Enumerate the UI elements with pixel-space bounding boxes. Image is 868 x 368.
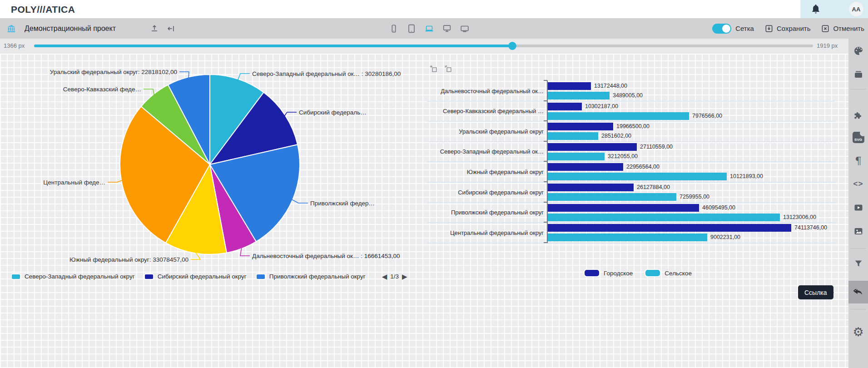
device-phone-icon[interactable] — [389, 24, 399, 34]
legend-item[interactable]: Сельское — [645, 269, 692, 277]
sidebar-divider — [851, 248, 866, 249]
bar-rural-2[interactable] — [548, 132, 598, 140]
bar-value-label: 3212055,00 — [608, 153, 638, 160]
avatar[interactable]: AA — [849, 2, 863, 16]
app-logo: POLY///ATICA — [11, 4, 75, 15]
collapse-left-icon[interactable] — [166, 24, 176, 34]
bar-rural-5[interactable] — [548, 193, 676, 201]
bar-rural-6[interactable] — [548, 214, 780, 221]
settings-gear-icon[interactable]: ⚙ — [848, 325, 868, 339]
pie-leader-line — [144, 89, 154, 95]
pie-leader-line — [108, 180, 122, 182]
legend-swatch — [645, 269, 661, 277]
bar-rural-0[interactable] — [548, 92, 610, 99]
legend-swatch — [11, 274, 21, 280]
bar-rural-7[interactable] — [548, 234, 707, 241]
bar-value-label: 13172448,00 — [594, 82, 627, 90]
bar-value-label: 27110559,00 — [640, 143, 673, 151]
bar-rural-1[interactable] — [548, 112, 689, 120]
notifications-bell-icon[interactable] — [810, 4, 821, 15]
slider-min-label: 1366 px — [4, 42, 25, 49]
pie-slice-label: Сибирский федераль… — [299, 109, 367, 116]
bar-legend: ГородскоеСельское — [584, 269, 692, 277]
legend-pager: ◀1/3▶ — [382, 273, 407, 280]
add-selection-icon[interactable] — [429, 65, 439, 76]
right-sidebar: SVG ¶ <> ⚙ — [848, 39, 868, 368]
legend-item[interactable]: Приволжский федеральный округ — [256, 273, 366, 280]
legend-item[interactable]: Городское — [584, 269, 633, 277]
filter-icon[interactable] — [848, 257, 868, 270]
pager-next-icon[interactable]: ▶ — [402, 273, 407, 280]
bar-urban-5[interactable] — [548, 184, 634, 191]
legend-item[interactable]: Северо-Западный федеральный округ — [11, 273, 135, 280]
width-slider-knob[interactable] — [508, 42, 516, 50]
pie-slice-label: Приволжский федер… — [310, 200, 375, 207]
image-icon[interactable] — [848, 224, 868, 238]
bar-value-label: 10302187,00 — [585, 103, 618, 110]
bar-urban-6[interactable] — [548, 204, 699, 212]
device-tablet-icon[interactable] — [407, 24, 417, 34]
bar-row-separator — [427, 161, 835, 162]
app-window: POLY///ATICA AA Демонстрационный проект — [0, 0, 868, 368]
pie-leader-line — [238, 74, 250, 80]
bar-urban-2[interactable] — [548, 123, 613, 130]
bar-value-label: 7976566,00 — [692, 112, 722, 120]
bar-row-separator — [427, 202, 835, 203]
device-preview-switcher — [389, 18, 470, 39]
grid-toggle-label: Сетка — [735, 25, 754, 32]
code-icon[interactable]: <> — [848, 177, 868, 191]
project-title: Демонстрационный проект — [25, 25, 116, 33]
bar-category-label: Дальневосточный федеральный ок… — [427, 82, 544, 99]
top-header: POLY///ATICA AA — [0, 0, 868, 18]
layout-width-slider-row: 1366 px 1919 px — [0, 39, 848, 54]
bar-rural-3[interactable] — [548, 153, 605, 160]
palette-icon[interactable] — [848, 44, 868, 58]
save-button[interactable]: Сохранить — [764, 24, 811, 33]
legend-swatch — [256, 274, 266, 280]
cancel-button[interactable]: Отменить — [821, 24, 864, 33]
legend-item[interactable]: Сибирский федеральный округ — [144, 273, 247, 280]
device-monitor-icon[interactable] — [442, 24, 452, 34]
bar-value-label: 9002231,00 — [710, 234, 740, 241]
link-icon[interactable] — [848, 285, 868, 299]
pie-slice-label: Северо-Кавказский феде… — [63, 86, 141, 93]
pager-prev-icon[interactable]: ◀ — [382, 273, 387, 280]
device-tv-icon[interactable] — [460, 24, 470, 34]
bar-chart: Дальневосточный федеральный ок…13172448,… — [427, 64, 848, 291]
puzzle-icon[interactable] — [848, 109, 868, 123]
publish-icon[interactable] — [149, 24, 159, 34]
bar-urban-7[interactable] — [548, 224, 791, 232]
bar-value-label: 3489005,00 — [613, 92, 643, 99]
bar-value-label: 74113746,00 — [794, 224, 827, 232]
paragraph-icon[interactable]: ¶ — [848, 154, 868, 167]
bar-urban-3[interactable] — [548, 143, 637, 151]
width-slider-fill — [34, 45, 512, 47]
bar-urban-0[interactable] — [548, 82, 591, 90]
undo-selection-icon[interactable] — [444, 65, 453, 76]
components-drawer-icon[interactable] — [848, 68, 868, 81]
legend-swatch — [144, 274, 154, 280]
bar-row-separator — [427, 121, 835, 122]
bar-value-label: 46095495,00 — [702, 204, 735, 212]
save-button-label: Сохранить — [777, 25, 811, 32]
bar-row-separator — [427, 243, 835, 244]
svg-icon[interactable]: SVG — [848, 130, 868, 144]
pie-slice-label: Центральный феде… — [43, 179, 105, 186]
project-bank-icon[interactable] — [6, 24, 16, 34]
bar-urban-4[interactable] — [548, 163, 623, 171]
bar-rural-4[interactable] — [548, 173, 727, 180]
slider-max-label: 1919 px — [817, 42, 838, 49]
cancel-button-label: Отменить — [833, 25, 864, 32]
bar-urban-1[interactable] — [548, 103, 582, 110]
pie-slice-label: Южный федеральный округ: 33078457,00 — [69, 256, 188, 263]
video-icon[interactable] — [848, 201, 868, 214]
sidebar-divider — [851, 309, 866, 309]
width-slider-track[interactable] — [34, 45, 813, 47]
bar-category-label: Южный федеральный округ — [427, 163, 544, 180]
bar-category-label: Северо-Западный федеральный ок… — [427, 143, 544, 160]
grid-toggle[interactable] — [712, 24, 731, 34]
device-laptop-icon[interactable] — [424, 24, 434, 34]
legend-label: Городское — [604, 270, 633, 277]
svg-badge-label: SVG — [853, 132, 864, 143]
pie-chart: Северо-Западный федеральный ок… : 302801… — [14, 52, 436, 293]
